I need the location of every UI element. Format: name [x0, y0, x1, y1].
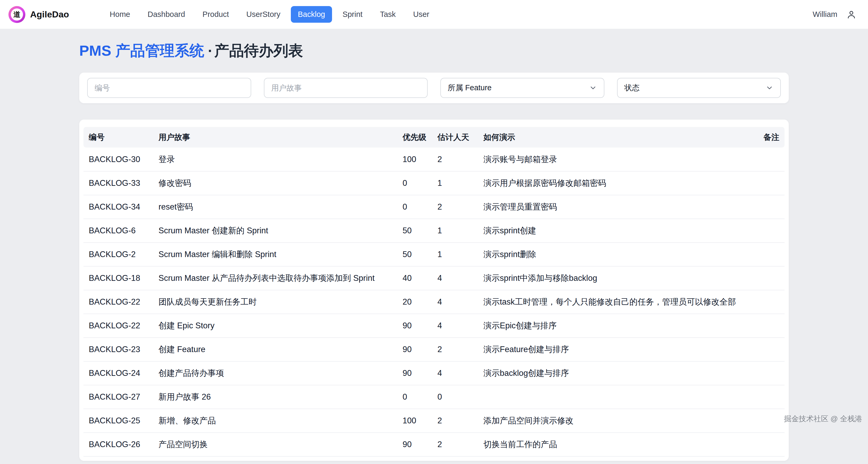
cell-id: BACKLOG-22	[84, 314, 153, 338]
cell-story: Scrum Master 编辑和删除 Sprint	[153, 242, 397, 266]
cell-story: Scrum Master 从产品待办列表中选取待办事项添加到 Sprint	[153, 266, 397, 290]
top-nav: 道 AgileDao HomeDashboardProductUserStory…	[0, 0, 868, 29]
table-row[interactable]: BACKLOG-26 产品空间切换 90 2 切换当前工作的产品	[84, 433, 784, 456]
cell-story: 修改密码	[153, 171, 397, 195]
id-filter-input[interactable]	[87, 78, 251, 98]
backlog-table-body: BACKLOG-30 登录 100 2 演示账号与邮箱登录 BACKLOG-33…	[84, 147, 784, 456]
cell-days: 4	[432, 314, 478, 338]
table-row[interactable]: BACKLOG-25 新增、修改产品 100 2 添加产品空间并演示修改	[84, 409, 784, 433]
table-row[interactable]: BACKLOG-2 Scrum Master 编辑和删除 Sprint 50 1…	[84, 242, 784, 266]
cell-id: BACKLOG-33	[84, 171, 153, 195]
cell-note	[748, 147, 784, 171]
cell-id: BACKLOG-26	[84, 433, 153, 456]
cell-note	[748, 219, 784, 242]
feature-select[interactable]: 所属 Feature	[440, 78, 604, 98]
table-row[interactable]: BACKLOG-23 创建 Feature 90 2 演示Feature创建与排…	[84, 338, 784, 361]
cell-demo: 添加产品空间并演示修改	[478, 409, 748, 433]
cell-demo: 演示task工时管理，每个人只能修改自己的任务，管理员可以修改全部	[478, 290, 748, 314]
cell-priority: 0	[397, 385, 432, 409]
cell-note	[748, 314, 784, 338]
story-filter-input[interactable]	[264, 78, 428, 98]
cell-days: 1	[432, 171, 478, 195]
column-header: 用户故事	[153, 127, 397, 147]
cell-story: 产品空间切换	[153, 433, 397, 456]
nav-item-sprint[interactable]: Sprint	[336, 6, 370, 23]
cell-days: 2	[432, 195, 478, 219]
column-header: 如何演示	[478, 127, 748, 147]
cell-demo: 演示Feature创建与排序	[478, 338, 748, 361]
table-row[interactable]: BACKLOG-27 新用户故事 26 0 0	[84, 385, 784, 409]
cell-id: BACKLOG-34	[84, 195, 153, 219]
nav-item-task[interactable]: Task	[373, 6, 403, 23]
cell-demo: 演示管理员重置密码	[478, 195, 748, 219]
brand-name: AgileDao	[30, 9, 69, 20]
cell-priority: 100	[397, 147, 432, 171]
nav-item-home[interactable]: Home	[103, 6, 137, 23]
page-title-separator: ·	[208, 42, 213, 59]
column-header: 估计人天	[432, 127, 478, 147]
cell-priority: 90	[397, 433, 432, 456]
table-row[interactable]: BACKLOG-22 团队成员每天更新任务工时 20 4 演示task工时管理，…	[84, 290, 784, 314]
cell-story: 新用户故事 26	[153, 385, 397, 409]
cell-story: 创建 Epic Story	[153, 314, 397, 338]
cell-demo: 切换当前工作的产品	[478, 433, 748, 456]
table-row[interactable]: BACKLOG-34 reset密码 0 2 演示管理员重置密码	[84, 195, 784, 219]
column-header: 编号	[84, 127, 153, 147]
table-row[interactable]: BACKLOG-18 Scrum Master 从产品待办列表中选取待办事项添加…	[84, 266, 784, 290]
backlog-table: 编号用户故事优先级估计人天如何演示备注 BACKLOG-30 登录 100 2 …	[84, 127, 784, 457]
cell-days: 4	[432, 290, 478, 314]
cell-id: BACKLOG-6	[84, 219, 153, 242]
cell-demo: 演示sprint删除	[478, 242, 748, 266]
chevron-down-icon	[766, 84, 773, 92]
nav-right: William	[813, 9, 857, 20]
backlog-table-card: 编号用户故事优先级估计人天如何演示备注 BACKLOG-30 登录 100 2 …	[79, 120, 789, 461]
cell-story: 创建 Feature	[153, 338, 397, 361]
cell-story: reset密码	[153, 195, 397, 219]
main-content: PMS 产品管理系统·产品待办列表 所属 Feature 状态	[79, 42, 789, 461]
logo-glyph: 道	[11, 8, 23, 21]
cell-days: 1	[432, 242, 478, 266]
table-row[interactable]: BACKLOG-6 Scrum Master 创建新的 Sprint 50 1 …	[84, 219, 784, 242]
cell-note	[748, 409, 784, 433]
cell-note	[748, 266, 784, 290]
cell-id: BACKLOG-30	[84, 147, 153, 171]
chevron-down-icon	[589, 84, 597, 92]
cell-note	[748, 338, 784, 361]
status-select-value: 状态	[624, 82, 640, 93]
table-row[interactable]: BACKLOG-24 创建产品待办事项 90 4 演示backlog创建与排序	[84, 361, 784, 385]
table-row[interactable]: BACKLOG-30 登录 100 2 演示账号与邮箱登录	[84, 147, 784, 171]
nav-item-userstory[interactable]: UserStory	[240, 6, 287, 23]
nav-item-backlog[interactable]: Backlog	[291, 6, 332, 23]
filter-bar: 所属 Feature 状态	[79, 73, 789, 103]
cell-id: BACKLOG-22	[84, 290, 153, 314]
nav-item-user[interactable]: User	[406, 6, 436, 23]
nav-item-dashboard[interactable]: Dashboard	[141, 6, 192, 23]
cell-id: BACKLOG-24	[84, 361, 153, 385]
cell-note	[748, 385, 784, 409]
cell-days: 0	[432, 385, 478, 409]
cell-priority: 90	[397, 314, 432, 338]
cell-id: BACKLOG-27	[84, 385, 153, 409]
table-row[interactable]: BACKLOG-22 创建 Epic Story 90 4 演示Epic创建与排…	[84, 314, 784, 338]
column-header: 备注	[748, 127, 784, 147]
cell-note	[748, 361, 784, 385]
user-icon[interactable]	[846, 9, 857, 20]
status-select[interactable]: 状态	[617, 78, 781, 98]
column-header: 优先级	[397, 127, 432, 147]
cell-demo: 演示sprint创建	[478, 219, 748, 242]
cell-demo: 演示账号与邮箱登录	[478, 147, 748, 171]
nav-item-product[interactable]: Product	[196, 6, 236, 23]
cell-demo: 演示sprint中添加与移除backlog	[478, 266, 748, 290]
user-name: William	[813, 10, 837, 19]
cell-priority: 100	[397, 409, 432, 433]
cell-days: 2	[432, 433, 478, 456]
cell-note	[748, 242, 784, 266]
table-row[interactable]: BACKLOG-33 修改密码 0 1 演示用户根据原密码修改邮箱密码	[84, 171, 784, 195]
watermark: 掘金技术社区 @ 全栈港	[784, 414, 862, 424]
cell-story: 团队成员每天更新任务工时	[153, 290, 397, 314]
cell-days: 1	[432, 219, 478, 242]
cell-story: 创建产品待办事项	[153, 361, 397, 385]
cell-demo	[478, 385, 748, 409]
brand[interactable]: 道 AgileDao	[8, 6, 69, 23]
cell-demo: 演示用户根据原密码修改邮箱密码	[478, 171, 748, 195]
